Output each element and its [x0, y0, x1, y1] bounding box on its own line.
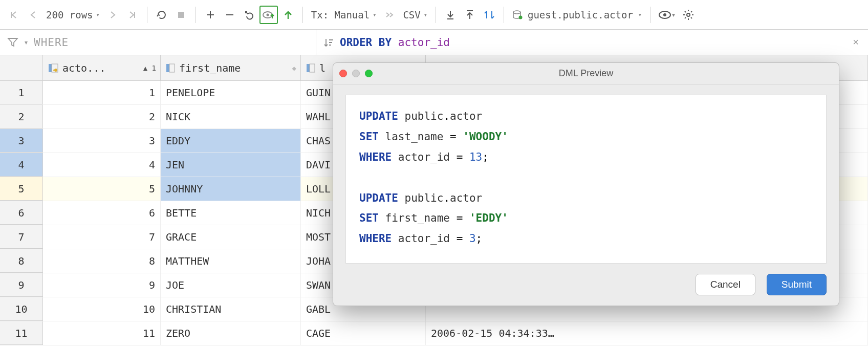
clear-order-button[interactable]: ×: [853, 36, 859, 48]
cell-first-name[interactable]: CHRISTIAN: [161, 297, 301, 321]
row-number: 11: [0, 321, 43, 345]
row-number: 7: [0, 225, 43, 249]
first-page-button[interactable]: [4, 6, 23, 24]
column-icon: [306, 63, 315, 73]
cell-actor-id[interactable]: 5: [43, 177, 161, 201]
svg-point-6: [663, 13, 666, 16]
export-download-button[interactable]: [441, 6, 460, 24]
header-last-name-label: l: [319, 62, 326, 74]
where-filter[interactable]: ▾ WHERE: [0, 30, 316, 55]
row-number: 1: [0, 81, 43, 104]
svg-rect-13: [169, 64, 175, 72]
where-label: WHERE: [34, 36, 69, 49]
cell-actor-id[interactable]: 4: [43, 153, 161, 177]
chevron-down-icon: ▾: [672, 11, 675, 18]
sort-toggle-icon: ◆: [292, 64, 296, 72]
add-row-button[interactable]: [201, 6, 220, 24]
cell-actor-id[interactable]: 8: [43, 249, 161, 273]
cell-first-name[interactable]: NICK: [161, 105, 301, 128]
cell-actor-id[interactable]: 3: [43, 129, 161, 153]
compare-button[interactable]: [480, 6, 498, 24]
row-number: 5: [0, 177, 43, 201]
chevron-down-icon: ▾: [638, 11, 642, 18]
chevron-down-icon: ▾: [96, 11, 100, 18]
cell-first-name[interactable]: PENELOPE: [161, 81, 301, 104]
tx-label: Tx: Manual: [311, 9, 370, 20]
cell-actor-id[interactable]: 6: [43, 201, 161, 225]
order-by-filter[interactable]: ORDER BY actor_id ×: [316, 30, 868, 55]
cell-first-name[interactable]: EDDY: [161, 129, 301, 153]
svg-point-2: [266, 13, 269, 16]
sort-icon: [323, 37, 334, 48]
stop-button[interactable]: [172, 6, 190, 24]
chevron-down-icon: ▾: [424, 11, 427, 18]
cell-actor-id[interactable]: 7: [43, 225, 161, 249]
svg-rect-15: [310, 64, 315, 72]
remove-row-button[interactable]: [221, 6, 239, 24]
header-actor-id-label: acto...: [62, 62, 105, 74]
sql-preview: UPDATE public.actor SET last_name = 'WOO…: [345, 95, 827, 264]
cell-first-name[interactable]: JEN: [161, 153, 301, 177]
format-label: CSV: [403, 9, 420, 20]
header-first-name[interactable]: first_name ◆: [161, 55, 301, 80]
datasource-label: guest.public.actor: [528, 9, 633, 20]
cell-first-name[interactable]: ZERO: [161, 321, 301, 345]
toolbar: 200 rows ▾ Tx: Manual ▾ CSV: [0, 0, 868, 30]
rows-dropdown[interactable]: 200 rows ▾: [43, 9, 103, 20]
cell-first-name[interactable]: JOHNNY: [161, 177, 301, 201]
svg-rect-11: [53, 70, 55, 71]
pk-column-icon: [48, 63, 58, 73]
cell-actor-id[interactable]: 11: [43, 321, 161, 345]
datasource-dropdown[interactable]: guest.public.actor ▾: [509, 9, 645, 20]
cell-first-name[interactable]: GRACE: [161, 225, 301, 249]
view-mode-button[interactable]: ▾: [656, 6, 678, 24]
cell-first-name[interactable]: MATTHEW: [161, 249, 301, 273]
tx-mode-dropdown[interactable]: Tx: Manual ▾: [308, 9, 380, 20]
svg-rect-0: [178, 12, 184, 18]
dml-preview-dialog: DML Preview UPDATE public.actor SET last…: [333, 62, 839, 306]
svg-point-7: [687, 13, 690, 16]
dialog-titlebar[interactable]: DML Preview: [333, 63, 839, 84]
revert-button[interactable]: [240, 6, 258, 24]
order-by-text: ORDER BY actor_id: [340, 36, 450, 49]
row-number: 2: [0, 105, 43, 128]
cancel-button[interactable]: Cancel: [696, 274, 755, 295]
sort-indicator: ▲ 1: [143, 64, 156, 72]
row-number: 9: [0, 273, 43, 297]
column-icon: [166, 63, 175, 73]
svg-rect-12: [166, 64, 169, 72]
submit-button[interactable]: Submit: [767, 274, 827, 295]
chevron-down-icon: ▾: [373, 11, 376, 18]
svg-point-3: [513, 11, 520, 14]
header-rownum[interactable]: [0, 55, 43, 80]
settings-button[interactable]: [679, 6, 698, 24]
svg-rect-14: [307, 64, 310, 72]
row-number: 8: [0, 249, 43, 273]
row-number: 10: [0, 297, 43, 321]
submit-changes-button[interactable]: [279, 6, 297, 24]
row-number: 3: [0, 129, 43, 153]
cell-actor-id[interactable]: 2: [43, 105, 161, 128]
header-first-name-label: first_name: [179, 62, 241, 74]
next-page-button[interactable]: [104, 6, 122, 24]
header-actor-id[interactable]: acto... ▲ 1: [43, 55, 161, 80]
cell-first-name[interactable]: BETTE: [161, 201, 301, 225]
cell-first-name[interactable]: JOE: [161, 273, 301, 297]
cell-actor-id[interactable]: 9: [43, 273, 161, 297]
datasource-icon: [512, 10, 523, 19]
last-page-button[interactable]: [123, 6, 142, 24]
cell-last-name[interactable]: CAGE: [301, 321, 426, 345]
prev-page-button[interactable]: [24, 6, 42, 24]
row-number: 6: [0, 201, 43, 225]
import-upload-button[interactable]: [461, 6, 479, 24]
cell-actor-id[interactable]: 10: [43, 297, 161, 321]
more-tx-button[interactable]: [380, 6, 399, 24]
table-row[interactable]: 1111ZEROCAGE2006-02-15 04:34:33…: [0, 321, 868, 345]
preview-changes-button[interactable]: [259, 6, 278, 24]
cell-actor-id[interactable]: 1: [43, 81, 161, 104]
export-format-dropdown[interactable]: CSV ▾: [400, 9, 430, 20]
cell-last-update[interactable]: 2006-02-15 04:34:33…: [426, 321, 868, 345]
chevron-down-icon: ▾: [25, 39, 28, 46]
dialog-footer: Cancel Submit: [333, 272, 839, 306]
reload-button[interactable]: [153, 6, 171, 24]
